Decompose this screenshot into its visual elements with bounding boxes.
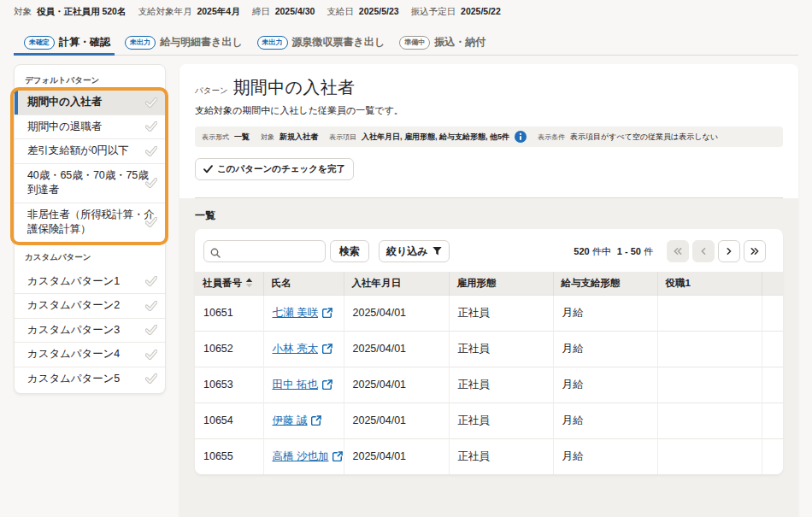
pattern-item-カスタムパターン5[interactable]: カスタムパターン5: [15, 367, 165, 391]
pattern-summary-bar: 表示形式一覧対象新規入社者表示項目入社年月日, 雇用形態, 給与支給形態, 他5…: [195, 126, 783, 147]
employee-link[interactable]: 伊藤 誠: [273, 414, 322, 428]
pattern-item-カスタムパターン1[interactable]: カスタムパターン1: [15, 270, 165, 294]
external-link-icon: [311, 415, 321, 426]
external-link-icon: [322, 344, 332, 354]
pattern-check-icon: [145, 301, 157, 316]
pattern-item-label: カスタムパターン4: [27, 347, 160, 362]
cell-employee-no: 10653: [195, 367, 263, 402]
pattern-item-label: 期間中の入社者: [27, 95, 160, 110]
cell-employee-no: 10654: [195, 402, 263, 438]
pattern-check-icon: [145, 325, 157, 340]
summary-item: 対象新規入社者: [261, 132, 318, 143]
pattern-title-label: パターン: [195, 85, 228, 97]
pattern-check-icon: [145, 121, 157, 137]
table-row: 10655 高橋 沙也加 2025/04/01 正社員 月給: [195, 438, 783, 474]
cell-name: 高橋 沙也加: [263, 438, 344, 474]
cell-hire-date: 2025/04/01: [344, 402, 449, 438]
column-header-入社年月日: 入社年月日: [344, 272, 449, 295]
employee-link[interactable]: 高橋 沙也加: [273, 449, 344, 464]
content-area: デフォルトパターン 期間中の入社者 期間中の退職者 差引支給額が0円以下: [0, 56, 812, 517]
pattern-item-label: カスタムパターン1: [27, 274, 160, 290]
tab-label: 計算・確認: [59, 35, 110, 50]
pattern-header: パターン 期間中の入社者 支給対象の期間中に入社した従業員の一覧です。 表示形式…: [179, 64, 798, 198]
employee-link[interactable]: 小林 亮太: [273, 342, 332, 356]
employee-link[interactable]: 田中 拓也: [273, 378, 332, 392]
summary-item: 表示項目入社年月日, 雇用形態, 給与支給形態, 他5件: [329, 131, 527, 143]
cell-role1: [657, 367, 762, 402]
tab-status-badge: 準備中: [399, 36, 430, 50]
pattern-sidebar: デフォルトパターン 期間中の入社者 期間中の退職者 差引支給額が0円以下: [14, 64, 166, 394]
pattern-item-label: 40歳・65歳・70歳・75歳 到達者: [27, 168, 160, 198]
cell-employment-type: 正社員: [449, 331, 553, 367]
meta-item: 締日 2025/4/30: [252, 6, 315, 18]
page-title: 期間中の入社者: [233, 76, 356, 99]
cell-pay-type: 月給: [553, 331, 657, 367]
pattern-item-label: カスタムパターン3: [27, 323, 160, 338]
pattern-item-差引支給額が0円以下[interactable]: 差引支給額が0円以下: [15, 138, 165, 163]
meta-label: 対象: [14, 6, 32, 18]
tab-給与明細書き出し[interactable]: 未出力 給与明細書き出し: [115, 32, 247, 56]
meta-value: 2025年4月: [197, 6, 239, 18]
summary-value: 表示項目がすべて空の従業員は表示しない: [570, 132, 718, 143]
cell-name: 七瀬 美咲: [263, 295, 344, 331]
pattern-item-期間中の退職者[interactable]: 期間中の退職者: [15, 115, 165, 139]
cell-employee-no: 10655: [195, 438, 263, 474]
tab-計算・確認[interactable]: 未確定 計算・確認: [14, 32, 115, 56]
external-link-icon: [322, 308, 332, 318]
filter-funnel-icon: [432, 247, 442, 256]
chevron-first-icon: [668, 244, 688, 258]
chevron-next-icon: [719, 244, 739, 258]
pattern-check-icon: [145, 97, 157, 113]
cell-employee-no: 10651: [195, 295, 263, 331]
payroll-meta-bar: 対象 役員・正社員用 520名 支給対象年月 2025年4月 締日 2025/4…: [0, 0, 812, 25]
cell-role1: [657, 295, 762, 331]
meta-item: 振込予定日 2025/5/22: [411, 6, 501, 18]
cell-role1: [657, 438, 762, 474]
pattern-item-期間中の入社者[interactable]: 期間中の入社者: [15, 91, 165, 115]
cell-pay-type: 月給: [553, 295, 657, 331]
pattern-item-label: カスタムパターン5: [27, 372, 160, 387]
page-next-button[interactable]: [718, 240, 740, 262]
meta-label: 締日: [252, 6, 270, 18]
search-button[interactable]: 検索: [330, 240, 369, 262]
pattern-item-カスタムパターン2[interactable]: カスタムパターン2: [15, 293, 165, 318]
column-header-雇用形態: 雇用形態: [449, 272, 553, 295]
pattern-check-icon: [145, 350, 157, 365]
cell-extra: [762, 331, 783, 367]
info-icon[interactable]: [515, 131, 527, 143]
tab-label: 給与明細書き出し: [160, 35, 243, 50]
search-input[interactable]: [203, 240, 326, 262]
cell-employment-type: 正社員: [449, 402, 553, 438]
chevron-prev-icon: [693, 244, 714, 258]
page-first-button: [667, 240, 689, 262]
pattern-item-label: カスタムパターン2: [27, 298, 160, 314]
tab-振込・納付[interactable]: 準備中 振込・納付: [389, 32, 490, 56]
tab-status-badge: 未確定: [24, 36, 55, 50]
tab-源泉徴収票書き出し[interactable]: 未出力 源泉徴収票書き出し: [247, 32, 390, 56]
cell-role1: [657, 331, 762, 367]
column-header-社員番号[interactable]: 社員番号: [195, 272, 263, 295]
pattern-item-非居住者（所得税計算・介護保険計算）[interactable]: 非居住者（所得税計算・介 護保険計算）: [15, 203, 165, 242]
page-last-button[interactable]: [744, 240, 766, 262]
column-header-給与支給形態: 給与支給形態: [553, 272, 657, 295]
column-header-extra: [762, 272, 783, 295]
meta-value: 2025/5/22: [461, 6, 501, 16]
pattern-item-カスタムパターン3[interactable]: カスタムパターン3: [15, 318, 165, 343]
pattern-item-40歳・65歳・70歳・75歳到達者[interactable]: 40歳・65歳・70歳・75歳 到達者: [15, 163, 165, 203]
employee-link[interactable]: 七瀬 美咲: [273, 306, 332, 320]
cell-name: 小林 亮太: [263, 331, 344, 367]
cell-extra: [762, 402, 783, 438]
cell-pay-type: 月給: [553, 402, 657, 438]
pattern-item-label: 期間中の退職者: [27, 120, 160, 135]
cell-name: 田中 拓也: [263, 367, 344, 402]
cell-extra: [762, 438, 783, 474]
pattern-item-label: 非居住者（所得税計算・介 護保険計算）: [27, 208, 160, 238]
result-count: 520 件中 1 - 50 件: [574, 245, 653, 258]
cell-hire-date: 2025/04/01: [344, 295, 449, 331]
pattern-item-label: 差引支給額が0円以下: [27, 144, 160, 159]
tab-bar: 未確定 計算・確認 未出力 給与明細書き出し 未出力 源泉徴収票書き出し 準備中…: [14, 32, 798, 56]
pattern-item-カスタムパターン4[interactable]: カスタムパターン4: [15, 342, 165, 367]
filter-button[interactable]: 絞り込み: [379, 240, 450, 262]
summary-item: 表示条件表示項目がすべて空の従業員は表示しない: [538, 132, 718, 143]
complete-pattern-check-button[interactable]: このパターンのチェックを完了: [195, 158, 354, 180]
